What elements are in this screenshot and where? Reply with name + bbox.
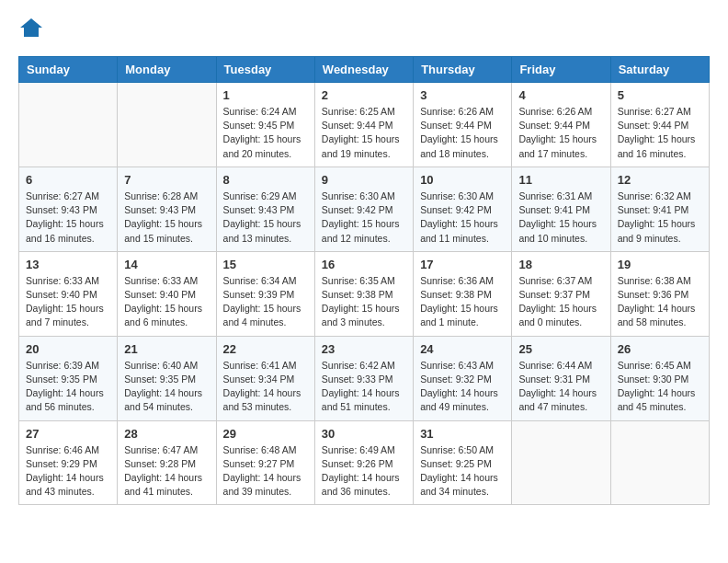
day-info: Sunrise: 6:27 AMSunset: 9:43 PMDaylight:…	[26, 190, 110, 246]
day-number: 10	[420, 173, 505, 187]
day-number: 31	[420, 427, 505, 441]
day-info: Sunrise: 6:40 AMSunset: 9:35 PMDaylight:…	[124, 359, 209, 415]
day-number: 4	[518, 88, 603, 102]
calendar-day-31: 31Sunrise: 6:50 AMSunset: 9:25 PMDayligh…	[414, 420, 512, 505]
calendar-day-16: 16Sunrise: 6:35 AMSunset: 9:38 PMDayligh…	[314, 251, 413, 336]
calendar-day-23: 23Sunrise: 6:42 AMSunset: 9:33 PMDayligh…	[314, 336, 413, 420]
calendar-day-18: 18Sunrise: 6:37 AMSunset: 9:37 PMDayligh…	[512, 251, 610, 336]
day-number: 2	[322, 88, 406, 102]
day-number: 19	[618, 258, 702, 271]
day-info: Sunrise: 6:29 AMSunset: 9:43 PMDaylight:…	[223, 190, 308, 246]
calendar-day-30: 30Sunrise: 6:49 AMSunset: 9:26 PMDayligh…	[314, 420, 413, 505]
weekday-header-sunday: Sunday	[19, 57, 118, 83]
calendar-day-8: 8Sunrise: 6:29 AMSunset: 9:43 PMDaylight…	[216, 167, 314, 251]
weekday-header-tuesday: Tuesday	[216, 57, 314, 83]
calendar-day-12: 12Sunrise: 6:32 AMSunset: 9:41 PMDayligh…	[610, 167, 709, 251]
calendar-empty-cell	[19, 83, 118, 167]
day-info: Sunrise: 6:24 AMSunset: 9:45 PMDaylight:…	[223, 105, 308, 161]
weekday-header-row: SundayMondayTuesdayWednesdayThursdayFrid…	[19, 57, 710, 83]
calendar-week-row: 1Sunrise: 6:24 AMSunset: 9:45 PMDaylight…	[19, 83, 710, 167]
day-info: Sunrise: 6:34 AMSunset: 9:39 PMDaylight:…	[223, 274, 308, 330]
calendar-week-row: 6Sunrise: 6:27 AMSunset: 9:43 PMDaylight…	[19, 167, 710, 251]
calendar-day-19: 19Sunrise: 6:38 AMSunset: 9:36 PMDayligh…	[610, 251, 709, 336]
day-info: Sunrise: 6:47 AMSunset: 9:28 PMDaylight:…	[124, 443, 209, 500]
calendar-day-26: 26Sunrise: 6:45 AMSunset: 9:30 PMDayligh…	[610, 336, 709, 420]
day-info: Sunrise: 6:45 AMSunset: 9:30 PMDaylight:…	[618, 359, 702, 415]
calendar-table: SundayMondayTuesdayWednesdayThursdayFrid…	[18, 56, 710, 505]
calendar-week-row: 27Sunrise: 6:46 AMSunset: 9:29 PMDayligh…	[19, 420, 710, 505]
day-info: Sunrise: 6:49 AMSunset: 9:26 PMDaylight:…	[322, 443, 406, 500]
day-number: 5	[618, 88, 702, 102]
calendar-empty-cell	[610, 420, 709, 505]
calendar-day-1: 1Sunrise: 6:24 AMSunset: 9:45 PMDaylight…	[216, 83, 314, 167]
calendar-day-24: 24Sunrise: 6:43 AMSunset: 9:32 PMDayligh…	[414, 336, 512, 420]
calendar-day-7: 7Sunrise: 6:28 AMSunset: 9:43 PMDaylight…	[118, 167, 216, 251]
calendar-day-13: 13Sunrise: 6:33 AMSunset: 9:40 PMDayligh…	[19, 251, 118, 336]
day-info: Sunrise: 6:27 AMSunset: 9:44 PMDaylight:…	[618, 105, 702, 161]
calendar-day-22: 22Sunrise: 6:41 AMSunset: 9:34 PMDayligh…	[216, 336, 314, 420]
day-info: Sunrise: 6:32 AMSunset: 9:41 PMDaylight:…	[618, 190, 702, 246]
day-number: 29	[223, 427, 308, 441]
day-number: 16	[322, 258, 406, 271]
day-number: 12	[618, 173, 702, 187]
day-info: Sunrise: 6:26 AMSunset: 9:44 PMDaylight:…	[518, 105, 603, 161]
day-number: 1	[223, 88, 308, 102]
weekday-header-monday: Monday	[118, 57, 216, 83]
day-number: 23	[322, 342, 406, 356]
calendar-body: 1Sunrise: 6:24 AMSunset: 9:45 PMDaylight…	[19, 83, 710, 505]
day-number: 14	[124, 258, 209, 271]
logo	[18, 18, 42, 41]
calendar-day-28: 28Sunrise: 6:47 AMSunset: 9:28 PMDayligh…	[118, 420, 216, 505]
day-info: Sunrise: 6:50 AMSunset: 9:25 PMDaylight:…	[420, 443, 505, 500]
day-number: 3	[420, 88, 505, 102]
day-number: 28	[124, 427, 209, 441]
calendar-day-14: 14Sunrise: 6:33 AMSunset: 9:40 PMDayligh…	[118, 251, 216, 336]
day-info: Sunrise: 6:30 AMSunset: 9:42 PMDaylight:…	[420, 190, 505, 246]
calendar-day-20: 20Sunrise: 6:39 AMSunset: 9:35 PMDayligh…	[19, 336, 118, 420]
page-header	[18, 18, 710, 41]
calendar-week-row: 20Sunrise: 6:39 AMSunset: 9:35 PMDayligh…	[19, 336, 710, 420]
day-info: Sunrise: 6:36 AMSunset: 9:38 PMDaylight:…	[420, 274, 505, 330]
calendar-day-17: 17Sunrise: 6:36 AMSunset: 9:38 PMDayligh…	[414, 251, 512, 336]
calendar-day-3: 3Sunrise: 6:26 AMSunset: 9:44 PMDaylight…	[414, 83, 512, 167]
day-info: Sunrise: 6:39 AMSunset: 9:35 PMDaylight:…	[26, 359, 110, 415]
day-info: Sunrise: 6:25 AMSunset: 9:44 PMDaylight:…	[322, 105, 406, 161]
day-number: 27	[26, 427, 110, 441]
day-number: 26	[618, 342, 702, 356]
weekday-header-friday: Friday	[512, 57, 610, 83]
day-number: 20	[26, 342, 110, 356]
calendar-day-9: 9Sunrise: 6:30 AMSunset: 9:42 PMDaylight…	[314, 167, 413, 251]
calendar-day-6: 6Sunrise: 6:27 AMSunset: 9:43 PMDaylight…	[19, 167, 118, 251]
day-number: 6	[26, 173, 110, 187]
day-info: Sunrise: 6:44 AMSunset: 9:31 PMDaylight:…	[518, 359, 603, 415]
day-number: 22	[223, 342, 308, 356]
calendar-day-25: 25Sunrise: 6:44 AMSunset: 9:31 PMDayligh…	[512, 336, 610, 420]
day-number: 9	[322, 173, 406, 187]
calendar-empty-cell	[118, 83, 216, 167]
day-info: Sunrise: 6:41 AMSunset: 9:34 PMDaylight:…	[223, 359, 308, 415]
calendar-day-21: 21Sunrise: 6:40 AMSunset: 9:35 PMDayligh…	[118, 336, 216, 420]
day-number: 13	[26, 258, 110, 271]
svg-marker-0	[20, 18, 42, 37]
weekday-header-wednesday: Wednesday	[314, 57, 413, 83]
calendar-day-2: 2Sunrise: 6:25 AMSunset: 9:44 PMDaylight…	[314, 83, 413, 167]
day-info: Sunrise: 6:42 AMSunset: 9:33 PMDaylight:…	[322, 359, 406, 415]
weekday-header-thursday: Thursday	[414, 57, 512, 83]
calendar-day-27: 27Sunrise: 6:46 AMSunset: 9:29 PMDayligh…	[19, 420, 118, 505]
day-number: 11	[518, 173, 603, 187]
day-info: Sunrise: 6:31 AMSunset: 9:41 PMDaylight:…	[518, 190, 603, 246]
day-info: Sunrise: 6:37 AMSunset: 9:37 PMDaylight:…	[518, 274, 603, 330]
day-info: Sunrise: 6:30 AMSunset: 9:42 PMDaylight:…	[322, 190, 406, 246]
day-number: 25	[518, 342, 603, 356]
calendar-day-5: 5Sunrise: 6:27 AMSunset: 9:44 PMDaylight…	[610, 83, 709, 167]
day-number: 15	[223, 258, 308, 271]
calendar-day-15: 15Sunrise: 6:34 AMSunset: 9:39 PMDayligh…	[216, 251, 314, 336]
day-info: Sunrise: 6:43 AMSunset: 9:32 PMDaylight:…	[420, 359, 505, 415]
day-info: Sunrise: 6:33 AMSunset: 9:40 PMDaylight:…	[26, 274, 110, 330]
day-info: Sunrise: 6:38 AMSunset: 9:36 PMDaylight:…	[618, 274, 702, 330]
calendar-day-10: 10Sunrise: 6:30 AMSunset: 9:42 PMDayligh…	[414, 167, 512, 251]
day-number: 8	[223, 173, 308, 187]
day-info: Sunrise: 6:28 AMSunset: 9:43 PMDaylight:…	[124, 190, 209, 246]
day-number: 30	[322, 427, 406, 441]
day-info: Sunrise: 6:35 AMSunset: 9:38 PMDaylight:…	[322, 274, 406, 330]
